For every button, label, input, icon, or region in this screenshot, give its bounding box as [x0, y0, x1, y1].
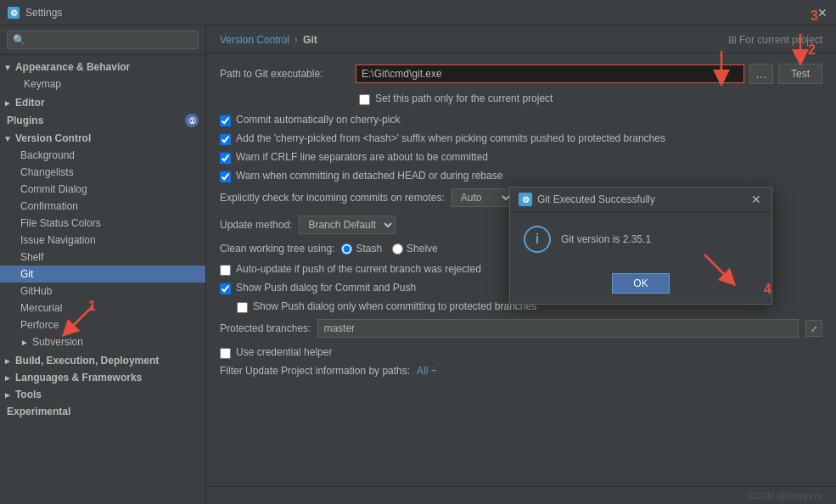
sidebar-item-version-control[interactable]: ▼ Version Control — [0, 130, 205, 147]
checkbox-crlf[interactable] — [220, 153, 231, 164]
expand-protected-button[interactable]: ⤢ — [805, 320, 822, 337]
window-title: Settings — [25, 7, 816, 19]
sidebar: ▼ Appearance & Behavior Keymap ► Editor … — [0, 25, 206, 504]
info-icon: i — [524, 226, 551, 253]
expand-build-icon: ► — [3, 356, 12, 366]
clean-radio-group: Stash Shelve — [341, 243, 437, 255]
checkbox-crlf-label: Warn if CRLF line separators are about t… — [236, 151, 488, 163]
settings-window: ⚙ Settings ✕ ▼ Appearance & Behavior Key… — [0, 0, 836, 504]
path-input[interactable] — [356, 64, 744, 83]
expand-editor-icon: ► — [3, 98, 12, 108]
sidebar-nav: ▼ Appearance & Behavior Keymap ► Editor … — [0, 55, 205, 423]
checkbox-autoupdate-label: Auto-update if push of the current branc… — [236, 263, 481, 275]
protected-label: Protected branches: — [220, 322, 311, 334]
update-select[interactable]: Branch Default Merge Rebase — [299, 216, 396, 234]
search-input[interactable] — [7, 31, 199, 49]
filter-label: Filter Update Project information by pat… — [220, 365, 410, 377]
checkbox-cherry-pick[interactable] — [220, 115, 231, 126]
set-path-label: Set this path only for the current proje… — [375, 92, 553, 104]
stash-radio[interactable] — [341, 244, 352, 255]
sidebar-item-keymap[interactable]: Keymap — [0, 76, 205, 92]
checkbox-push-dialog[interactable] — [220, 283, 231, 294]
sidebar-item-confirmation[interactable]: Confirmation — [0, 198, 205, 215]
breadcrumb-parent[interactable]: Version Control — [220, 34, 289, 46]
plugins-badge: ① — [185, 114, 199, 127]
checkbox-cherry-pick-label: Commit automatically on cherry-pick — [236, 114, 400, 126]
sidebar-item-plugins[interactable]: Plugins ① — [0, 111, 205, 130]
checkbox-detached[interactable] — [220, 171, 231, 182]
sidebar-item-languages[interactable]: ► Languages & Frameworks — [0, 369, 205, 386]
checkbox-push-dialog-label: Show Push dialog for Commit and Push — [236, 282, 416, 294]
sidebar-item-git[interactable]: Git — [0, 266, 205, 283]
filter-value[interactable]: All ÷ — [417, 365, 436, 377]
git-success-dialog: ⚙ Git Executed Successfully ✕ i Git vers… — [509, 187, 772, 305]
set-path-checkbox-row: Set this path only for the current proje… — [359, 92, 822, 105]
sidebar-item-perforce[interactable]: Perforce — [0, 316, 205, 333]
checkbox-credential-row: Use credential helper — [220, 346, 822, 359]
clean-label: Clean working tree using: — [220, 243, 334, 255]
sidebar-item-subversion[interactable]: ► Subversion — [0, 333, 205, 350]
sidebar-search-container — [0, 25, 205, 55]
dialog-app-icon: ⚙ — [519, 193, 532, 206]
shelve-radio-label[interactable]: Shelve — [392, 243, 438, 255]
checkbox-credential[interactable] — [220, 348, 231, 359]
ok-button[interactable]: OK — [612, 273, 669, 294]
checkbox-credential-label: Use credential helper — [236, 346, 332, 358]
checkbox-suffix-row: Add the 'cherry-picked from <hash>' suff… — [220, 132, 822, 145]
svg-text:⚙: ⚙ — [10, 8, 18, 18]
app-icon: ⚙ — [7, 6, 20, 20]
breadcrumb: Version Control › Git ⊞ For current proj… — [206, 25, 836, 53]
dialog-message: Git version is 2.35.1 — [561, 233, 651, 245]
sidebar-item-changelists[interactable]: Changelists — [0, 164, 205, 181]
protected-input[interactable] — [317, 319, 799, 338]
sidebar-item-build[interactable]: ► Build, Execution, Deployment — [0, 352, 205, 369]
sidebar-item-experimental[interactable]: Experimental — [0, 403, 205, 420]
breadcrumb-current: Git — [303, 34, 317, 46]
expand-tools-icon: ► — [3, 390, 12, 400]
credit-text: CSDN @bmyyyyy — [748, 490, 822, 501]
checkbox-cherry-pick-row: Commit automatically on cherry-pick — [220, 114, 822, 126]
sidebar-item-issue-navigation[interactable]: Issue Navigation — [0, 232, 205, 249]
checkbox-suffix-label: Add the 'cherry-picked from <hash>' suff… — [236, 132, 665, 144]
sidebar-item-background[interactable]: Background — [0, 147, 205, 164]
browse-button[interactable]: … — [749, 64, 773, 84]
sidebar-item-file-status-colors[interactable]: File Status Colors — [0, 215, 205, 232]
breadcrumb-separator: › — [295, 34, 298, 46]
checkbox-detached-row: Warn when committing in detached HEAD or… — [220, 170, 822, 182]
filter-row: Filter Update Project information by pat… — [220, 365, 822, 377]
checkbox-push-only-label: Show Push dialog only when committing to… — [253, 300, 536, 312]
update-label: Update method: — [220, 219, 292, 231]
checkbox-autoupdate[interactable] — [220, 265, 231, 276]
path-input-group: … Test — [356, 64, 822, 84]
checkbox-suffix[interactable] — [220, 134, 231, 145]
incoming-select[interactable]: Auto Always Never — [452, 188, 513, 207]
bottom-bar: CSDN @bmyyyyy — [206, 486, 836, 504]
stash-radio-label[interactable]: Stash — [341, 243, 382, 255]
close-button[interactable]: ✕ — [816, 6, 829, 20]
dialog-body: i Git version is 2.35.1 — [510, 212, 771, 266]
sidebar-item-appearance[interactable]: ▼ Appearance & Behavior — [0, 59, 205, 76]
sidebar-item-mercurial[interactable]: Mercurial — [0, 300, 205, 316]
path-field-row: Path to Git executable: … Test — [220, 64, 822, 84]
incoming-label: Explicitly check for incoming commits on… — [220, 192, 445, 204]
sidebar-item-tools[interactable]: ► Tools — [0, 386, 205, 403]
dialog-title: Git Executed Successfully — [537, 193, 744, 205]
dialog-close-button[interactable]: ✕ — [749, 193, 763, 206]
expand-appearance-icon: ▼ — [3, 63, 12, 72]
set-path-checkbox[interactable] — [359, 94, 370, 105]
titlebar: ⚙ Settings ✕ — [0, 0, 836, 25]
sidebar-item-shelf[interactable]: Shelf — [0, 249, 205, 266]
sidebar-item-commit-dialog[interactable]: Commit Dialog — [0, 181, 205, 198]
checkbox-push-only[interactable] — [237, 302, 248, 313]
sidebar-item-github[interactable]: GitHub — [0, 283, 205, 300]
sidebar-item-editor[interactable]: ► Editor — [0, 94, 205, 111]
checkbox-crlf-row: Warn if CRLF line separators are about t… — [220, 151, 822, 164]
test-button[interactable]: Test — [778, 64, 822, 84]
expand-languages-icon: ► — [3, 373, 12, 383]
checkbox-detached-label: Warn when committing in detached HEAD or… — [236, 170, 502, 182]
svg-text:⚙: ⚙ — [522, 195, 530, 204]
shelve-radio[interactable] — [392, 244, 403, 255]
for-current-project[interactable]: ⊞ For current project — [728, 34, 822, 46]
protected-branches-row: Protected branches: ⤢ — [220, 319, 822, 338]
expand-vc-icon: ▼ — [3, 134, 12, 143]
